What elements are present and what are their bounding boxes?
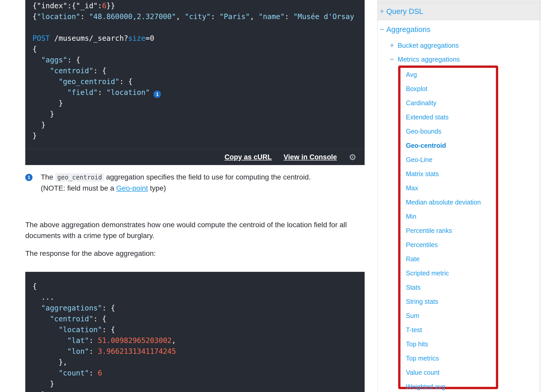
sidebar-item-value-count[interactable]: Value count <box>406 369 496 376</box>
request-code-block: {"index":{"_id":6}}{"location": "48.8600… <box>25 0 365 165</box>
code-line: POST /museums/_search?size=0 <box>32 33 365 44</box>
code-line: ... <box>32 292 365 303</box>
code-line: { <box>32 44 365 55</box>
sidebar-item-scripted-metric[interactable]: Scripted metric <box>406 270 496 276</box>
code-line: "aggregations": { <box>32 303 365 314</box>
code-line: "count": 6 <box>32 368 365 379</box>
sidebar-item-query-dsl[interactable]: + Query DSL <box>378 3 541 20</box>
sidebar-item-matrix-stats[interactable]: Matrix stats <box>406 171 496 177</box>
code-line: }, <box>32 357 365 368</box>
code-line: "geo_centroid": { <box>32 76 365 87</box>
plus-icon[interactable]: + <box>390 42 394 50</box>
code-line: } <box>32 379 365 389</box>
sidebar-item-string-stats[interactable]: String stats <box>406 298 496 305</box>
metrics-aggregations-list: AvgBoxplotCardinalityExtended statsGeo-b… <box>406 71 496 390</box>
code-line: "lat": 51.00982965203002, <box>32 335 365 346</box>
response-code-block: { ... "aggregations": { "centroid": { "l… <box>25 272 365 392</box>
code-line <box>32 22 365 33</box>
sidebar-row-partial <box>378 0 541 3</box>
sidebar-item-cardinality[interactable]: Cardinality <box>406 100 496 106</box>
sidebar-item-min[interactable]: Min <box>406 213 496 220</box>
code-line: } <box>32 109 365 120</box>
sidebar-item-geo-bounds[interactable]: Geo-bounds <box>406 128 496 135</box>
code-line: {"index":{"_id":6}} <box>32 1 365 11</box>
sidebar-item-percentile-ranks[interactable]: Percentile ranks <box>406 227 496 234</box>
view-in-console-button[interactable]: View in Console <box>284 153 337 161</box>
sidebar-item-rate[interactable]: Rate <box>406 256 496 262</box>
gear-icon[interactable]: ⚙ <box>349 153 356 161</box>
sidebar-item-metrics-aggregations[interactable]: − Metrics aggregations <box>378 54 541 65</box>
sidebar-item-weighted-avg[interactable]: Weighted avg <box>406 383 496 390</box>
callout-text-after: aggregation specifies the field to use f… <box>104 173 311 181</box>
sidebar-item-label[interactable]: Metrics aggregations <box>398 55 460 63</box>
sidebar-item-label[interactable]: Query DSL <box>386 7 423 16</box>
sidebar-item-avg[interactable]: Avg <box>406 71 496 78</box>
sidebar-item-label[interactable]: Aggregations <box>386 25 430 34</box>
sidebar-item-percentiles[interactable]: Percentiles <box>406 242 496 248</box>
minus-icon[interactable]: − <box>390 55 394 63</box>
code-line: } <box>32 389 365 392</box>
sidebar-item-max[interactable]: Max <box>406 185 496 191</box>
sidebar-item-geo-line[interactable]: Geo-Line <box>406 157 496 163</box>
sidebar-item-aggregations[interactable]: − Aggregations <box>378 23 541 36</box>
code-line: } <box>32 120 365 130</box>
callout-ref-badge: 1 <box>153 91 161 98</box>
sidebar-item-extended-stats[interactable]: Extended stats <box>406 114 496 120</box>
toc-sidebar: + Query DSL − Aggregations + Bucket aggr… <box>377 0 541 392</box>
response-intro-paragraph: The response for the above aggregation: <box>25 248 366 259</box>
callout-text-before: The <box>41 173 55 181</box>
code-line: "aggs": { <box>32 55 365 66</box>
inline-code-geo-centroid: geo_centroid <box>55 173 104 182</box>
copy-as-curl-button[interactable]: Copy as cURL <box>225 153 272 161</box>
request-code: {"index":{"_id":6}}{"location": "48.8600… <box>25 0 365 141</box>
code-line: "centroid": { <box>32 66 365 76</box>
callout-note-before: (NOTE: field must be a <box>41 184 116 192</box>
body-paragraph: The above aggregation demonstrates how o… <box>25 219 366 241</box>
callout-note-after: type) <box>148 184 166 192</box>
sidebar-item-boxplot[interactable]: Boxplot <box>406 86 496 92</box>
code-line: "centroid": { <box>32 314 365 324</box>
sidebar-item-t-test[interactable]: T-test <box>406 327 496 333</box>
callout-note: 1 The geo_centroid aggregation specifies… <box>25 172 366 194</box>
sidebar-item-sum[interactable]: Sum <box>406 313 496 319</box>
plus-icon[interactable]: + <box>380 7 384 15</box>
minus-icon[interactable]: − <box>380 26 384 34</box>
sidebar-item-median-absolute-deviation[interactable]: Median absolute deviation <box>406 199 496 206</box>
code-line: } <box>32 98 365 109</box>
response-code: { ... "aggregations": { "centroid": { "l… <box>25 272 365 392</box>
code-line: "location": { <box>32 324 365 335</box>
sidebar-item-top-metrics[interactable]: Top metrics <box>406 355 496 362</box>
code-line: } <box>32 130 365 141</box>
page-edge-divider <box>540 0 540 392</box>
geo-point-link[interactable]: Geo-point <box>116 184 148 192</box>
code-line: "lon": 3.9662131341174245 <box>32 346 365 357</box>
sidebar-item-geo-centroid[interactable]: Geo-centroid <box>406 142 496 149</box>
code-line: {"location": "48.860000,2.327000", "city… <box>32 11 365 22</box>
callout-badge-1: 1 <box>25 174 32 181</box>
callout-text: The geo_centroid aggregation specifies t… <box>41 172 311 194</box>
sidebar-item-stats[interactable]: Stats <box>406 284 496 291</box>
sidebar-item-label[interactable]: Bucket aggregations <box>398 42 459 50</box>
sidebar-item-top-hits[interactable]: Top hits <box>406 341 496 347</box>
sidebar-item-bucket-aggregations[interactable]: + Bucket aggregations <box>378 40 541 51</box>
code-line: "field": "location"1 <box>32 87 365 98</box>
code-line: { <box>32 281 365 292</box>
red-annotation-box: AvgBoxplotCardinalityExtended statsGeo-b… <box>398 66 498 389</box>
code-toolbar: Copy as cURL View in Console ⚙ <box>25 149 365 165</box>
